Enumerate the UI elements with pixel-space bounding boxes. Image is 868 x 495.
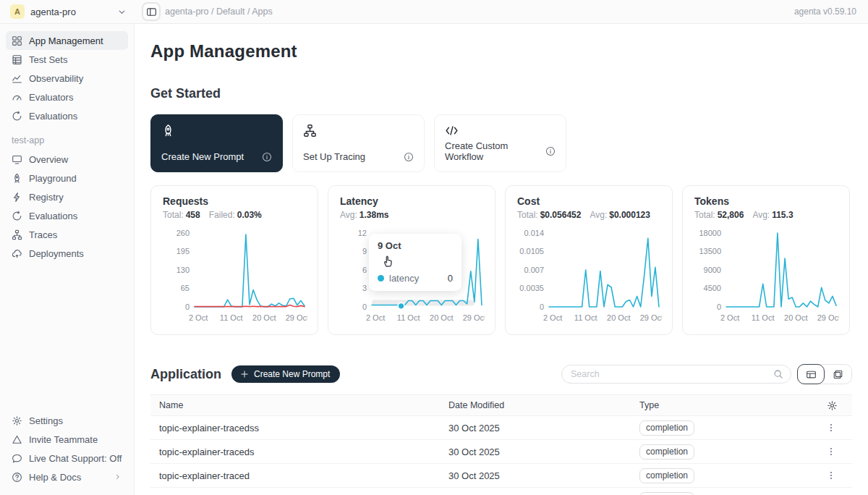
stat-value: 52,806 [718,210,744,220]
sidebar-item-label: Help & Docs [29,472,81,483]
triangle-icon [12,434,22,445]
type-badge: completion [639,420,694,436]
monitor-icon [12,154,22,165]
get-started-cards: Create New PromptSet Up TracingCreate Cu… [150,114,852,172]
type-badge: completion [639,492,694,495]
sidebar-toggle-icon [146,7,157,17]
type-badge: completion [639,444,694,460]
cell-name: topic-explainer-traced [150,470,440,481]
sidebar-item-label: Overview [29,154,68,165]
gear-icon [12,415,22,426]
table-row-career-assessment[interactable]: career-assessment27 Oct 2025completion [150,488,852,495]
chart-canvas-cost[interactable]: 00.00350.0070.01050.0142 Oct11 Oct20 Oct… [517,226,662,327]
info-icon[interactable] [545,146,556,156]
card-view-button[interactable] [824,365,851,384]
kebab-menu-icon[interactable] [826,470,836,481]
tooltip-value: 0 [448,273,453,284]
get-started-title: Get Started [150,86,852,101]
application-title: Application [150,367,221,382]
stat-value: 0.03% [237,210,262,220]
svg-text:12: 12 [358,229,367,237]
stat-label: Total: [694,210,715,220]
chart-title: Latency [340,195,483,207]
metrics-charts: RequestsTotal:458Failed:0.03%06513019526… [150,185,852,335]
chevron-right-icon [114,473,122,481]
tooltip-series-name: latency [389,273,419,284]
sidebar-item-observability[interactable]: Observability [6,69,128,88]
search-input[interactable] [571,369,773,379]
get-started-card-set-up-tracing[interactable]: Set Up Tracing [292,114,425,172]
column-header-name[interactable]: Name [150,400,440,410]
sidebar-footer-nav: SettingsInvite TeammateLive Chat Support… [6,411,128,486]
sidebar: App ManagementTest SetsObservabilityEval… [0,24,135,495]
chart-card-latency: LatencyAvg:1.38ms0369122 Oct11 Oct20 Oct… [328,185,495,335]
get-started-card-create-custom-workflow[interactable]: Create Custom Workflow [434,114,566,172]
sidebar-item-label: App Management [29,35,103,46]
svg-text:20 Oct: 20 Oct [430,313,453,322]
sidebar-item-deployments[interactable]: Deployments [6,244,128,263]
table-row-topic-explainer-traced[interactable]: topic-explainer-traced30 Oct 2025complet… [150,464,852,488]
get-started-card-create-new-prompt[interactable]: Create New Prompt [150,114,283,172]
column-header-date-modified[interactable]: Date Modified [440,400,631,410]
plus-icon [240,370,249,378]
sidebar-item-invite-teammate[interactable]: Invite Teammate [6,430,128,449]
sidebar-item-help-docs[interactable]: Help & Docs [6,468,128,486]
svg-text:0.0035: 0.0035 [519,284,544,292]
table-row-topic-explainer-tracedss[interactable]: topic-explainer-tracedss30 Oct 2025compl… [150,416,852,440]
kebab-menu-icon[interactable] [826,423,836,433]
page-title: App Management [150,41,852,62]
application-header: Application Create New Prompt [150,364,852,384]
kebab-menu-icon[interactable] [826,447,836,457]
sidebar-item-evaluations[interactable]: Evaluations [6,106,128,125]
svg-text:2 Oct: 2 Oct [366,313,385,322]
card-view-icon [833,369,843,380]
create-new-prompt-button[interactable]: Create New Prompt [231,365,340,383]
sidebar-item-overview[interactable]: Overview [6,150,128,169]
sidebar-item-test-sets[interactable]: Test Sets [6,50,128,69]
table-view-button[interactable] [797,364,825,384]
sidebar-item-evaluations[interactable]: Evaluations [6,206,128,225]
table-settings-gear-icon[interactable] [827,400,838,411]
sidebar-item-playground[interactable]: Playground [6,169,128,187]
testsets-icon [12,54,22,65]
sidebar-item-traces[interactable]: Traces [6,225,128,244]
stat-label: Avg: [752,210,770,220]
table-header: Name Date Modified Type [150,394,852,416]
svg-text:3: 3 [362,284,367,292]
info-icon[interactable] [404,152,414,162]
stat-value: 458 [186,210,200,220]
card-label: Set Up Tracing [303,151,365,162]
type-badge: completion [639,468,694,483]
sidebar-item-live-chat-support-off[interactable]: Live Chat Support: Off [6,449,128,468]
stat-label: Avg: [590,210,607,220]
chevron-down-icon [116,7,127,17]
sidebar-item-label: Playground [29,173,77,184]
stat-label: Total: [517,210,538,220]
svg-text:0: 0 [717,302,721,311]
cell-date-modified: 30 Oct 2025 [440,423,631,433]
sidebar-app-nav: OverviewPlaygroundRegistryEvaluationsTra… [6,150,128,263]
info-icon[interactable] [262,152,272,162]
apps-table: Name Date Modified Type topic-explainer-… [150,394,852,495]
svg-text:11 Oct: 11 Oct [397,313,420,322]
sidebar-item-evaluators[interactable]: Evaluators [6,88,128,106]
chat-icon [12,453,22,464]
search-box[interactable] [561,365,791,384]
grid-icon [12,35,22,46]
sidebar-item-app-management[interactable]: App Management [6,31,128,50]
sidebar-item-settings[interactable]: Settings [6,411,128,430]
view-toggle [797,364,852,384]
chart-canvas-tokens[interactable]: 04500900013500180002 Oct11 Oct20 Oct29 O… [694,226,839,327]
tooltip-date: 9 Oct [378,240,453,251]
stat-value: $0.056452 [540,210,582,220]
svg-text:260: 260 [176,229,190,237]
column-header-type[interactable]: Type [631,400,780,410]
sidebar-toggle-button[interactable] [142,2,161,21]
sidebar-item-label: Traces [29,229,57,240]
cell-date-modified: 30 Oct 2025 [440,470,631,481]
chart-canvas-requests[interactable]: 0651301952602 Oct11 Oct20 Oct29 Oct [163,226,307,327]
card-label: Create Custom Workflow [445,140,545,162]
table-row-topic-explainer-traceds[interactable]: topic-explainer-traceds30 Oct 2025comple… [150,440,852,464]
workspace-switcher[interactable]: A agenta-pro [0,4,135,19]
sidebar-item-registry[interactable]: Registry [6,187,128,206]
